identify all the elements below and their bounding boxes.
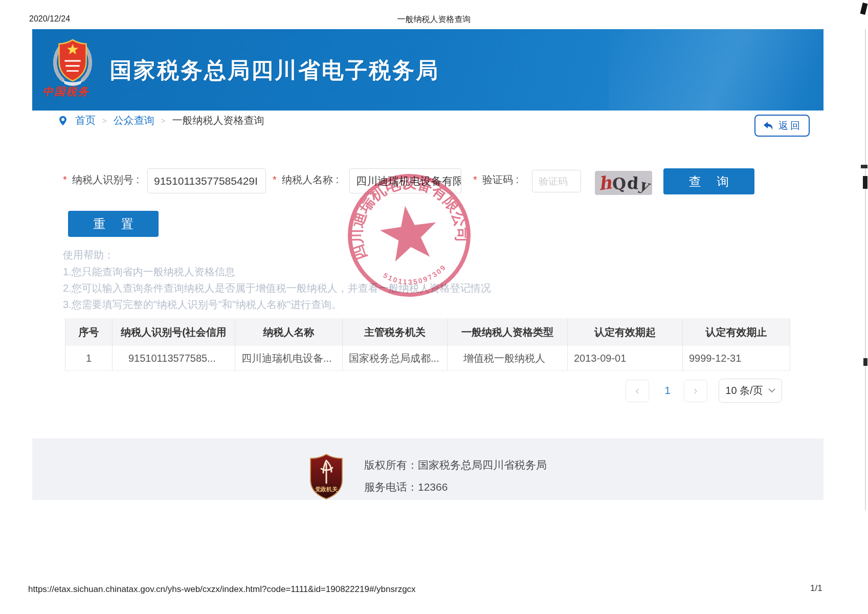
footer-phone: 服务电话：12366	[364, 480, 448, 494]
tax-emblem-icon	[48, 37, 98, 87]
col-header-tax-authority: 主管税务机关	[343, 318, 448, 346]
taxpayer-name-input[interactable]	[349, 168, 461, 193]
page-size-value: 10 条/页	[725, 384, 763, 398]
table-row: 1 91510113577585... 四川迪瑞机电设备... 国家税务总局成都…	[65, 346, 790, 371]
query-button[interactable]: 查 询	[663, 168, 754, 194]
help-item: 2.您可以输入查询条件查询纳税人是否属于增值税一般纳税人，并查看一般纳税人资格登…	[63, 281, 491, 295]
location-pin-icon	[57, 115, 69, 127]
col-header-valid-from: 认定有效期起	[568, 318, 683, 346]
pagination-prev-button[interactable]: ‹	[626, 380, 649, 402]
breadcrumb-home[interactable]: 首页	[75, 114, 96, 127]
breadcrumb-current: 一般纳税人资格查询	[172, 114, 264, 127]
scan-artifact	[861, 165, 867, 168]
taxpayer-name-field-wrap	[349, 168, 461, 193]
footer-copyright: 版权所有：国家税务总局四川省税务局	[364, 458, 547, 472]
table-header-row: 序号 纳税人识别号(社会信用 纳税人名称 主管税务机关 一般纳税人资格类型 认定…	[65, 318, 790, 346]
pagination-current-page[interactable]: 1	[656, 380, 679, 401]
cell-taxpayer-name: 四川迪瑞机电设备...	[235, 346, 343, 370]
col-header-index: 序号	[65, 318, 113, 346]
breadcrumb: 首页 > 公众查询 > 一般纳税人资格查询	[57, 114, 264, 127]
captcha-input[interactable]	[532, 170, 581, 192]
return-arrow-icon	[762, 120, 774, 132]
taxpayer-id-input[interactable]	[147, 168, 266, 193]
chevron-down-icon	[768, 388, 775, 393]
scan-artifact	[865, 29, 866, 510]
captcha-char: y	[638, 177, 650, 193]
taxpayer-id-field-wrap	[147, 168, 266, 193]
captcha-char: h	[597, 173, 613, 192]
taxpayer-id-label: 纳税人识别号 :	[72, 173, 139, 187]
cell-tax-authority: 国家税务总局成都...	[343, 346, 448, 370]
scan-artifact	[860, 3, 867, 15]
captcha-field-wrap	[532, 170, 581, 192]
cell-qualification-type: 增值税一般纳税人	[448, 346, 568, 370]
col-header-valid-to: 认定有效期止	[683, 318, 790, 346]
pagination-next-button[interactable]: ›	[684, 380, 707, 402]
breadcrumb-public-query[interactable]: 公众查询	[114, 114, 154, 127]
site-banner: 中国税务 国家税务总局四川省电子税务局	[32, 29, 824, 111]
scan-artifact	[863, 358, 867, 366]
help-item: 1.您只能查询省内一般纳税人资格信息	[63, 265, 235, 279]
breadcrumb-separator: >	[102, 116, 107, 125]
taxpayer-name-label: 纳税人名称 :	[282, 173, 339, 187]
page-size-select[interactable]: 10 条/页	[719, 379, 782, 403]
captcha-label: 验证码 :	[482, 173, 519, 187]
badge-label: 党政机关	[315, 486, 338, 492]
captcha-char: Q	[612, 176, 627, 192]
required-asterisk: *	[473, 174, 477, 186]
page-indicator: 1/1	[810, 583, 822, 594]
captcha-char: d	[627, 174, 639, 191]
site-title: 国家税务总局四川省电子税务局	[110, 56, 439, 85]
col-header-qualification-type: 一般纳税人资格类型	[448, 318, 568, 346]
help-title: 使用帮助：	[63, 248, 114, 262]
cell-valid-to: 9999-12-31	[683, 346, 790, 370]
page: 2020/12/24 一般纳税人资格查询 中国税务 国家税务总局四川省电子税务局…	[0, 0, 868, 614]
col-header-taxpayer-name: 纳税人名称	[235, 318, 343, 346]
required-asterisk: *	[63, 174, 67, 186]
government-badge-icon: 党政机关	[309, 453, 344, 499]
page-url: https://etax.sichuan.chinatax.gov.cn/yhs…	[28, 584, 416, 595]
back-button-label: 返回	[778, 119, 802, 133]
help-item: 3.您需要填写完整的"纳税人识别号"和"纳税人名称"进行查询。	[63, 298, 342, 312]
print-date: 2020/12/24	[29, 14, 70, 24]
reset-button[interactable]: 重 置	[68, 211, 159, 237]
results-table: 序号 纳税人识别号(社会信用 纳税人名称 主管税务机关 一般纳税人资格类型 认定…	[65, 318, 790, 371]
site-footer: 党政机关 版权所有：国家税务总局四川省税务局 服务电话：12366	[32, 438, 824, 500]
cell-taxpayer-id: 91510113577585...	[113, 346, 235, 370]
breadcrumb-separator: >	[161, 116, 166, 125]
col-header-taxpayer-id: 纳税人识别号(社会信用	[113, 318, 235, 346]
banner-texture	[609, 29, 824, 111]
back-button[interactable]: 返回	[754, 115, 810, 137]
captcha-image[interactable]: h Q d y	[595, 171, 652, 195]
scan-artifact	[863, 176, 867, 189]
print-page-title: 一般纳税人资格查询	[397, 14, 471, 25]
required-asterisk: *	[273, 174, 277, 186]
cell-valid-from: 2013-09-01	[568, 346, 683, 370]
cell-index: 1	[65, 346, 113, 370]
logo-caption: 中国税务	[42, 84, 109, 99]
